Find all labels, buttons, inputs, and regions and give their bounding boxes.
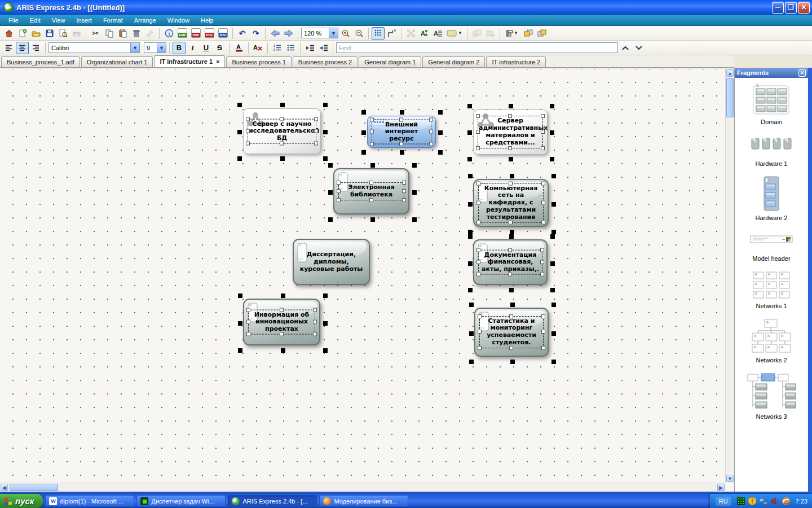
selection-handle[interactable] <box>438 110 443 115</box>
zoom-in-button[interactable] <box>339 27 352 40</box>
selection-handle[interactable] <box>238 348 242 353</box>
selection-handle[interactable] <box>551 303 556 307</box>
selection-handle[interactable] <box>467 104 472 108</box>
selection-handle[interactable] <box>476 201 480 205</box>
menu-view[interactable]: View <box>47 16 70 25</box>
diagram-node[interactable]: Инвормация об инновационых проектах <box>243 299 320 345</box>
selection-handle[interactable] <box>412 163 417 168</box>
redo-button[interactable]: ↷ <box>249 27 262 40</box>
selection-handle[interactable] <box>438 150 443 155</box>
diagram-node[interactable]: Документация финансовая, акты, приказы,. <box>473 239 548 285</box>
selection-handle[interactable] <box>400 110 404 115</box>
menu-edit[interactable]: Edit <box>25 16 46 25</box>
selection-handle[interactable] <box>280 117 284 121</box>
menu-format[interactable]: Format <box>98 16 128 25</box>
font-color-button[interactable]: A <box>232 42 245 54</box>
selection-handle[interactable] <box>508 146 512 150</box>
selection-handle[interactable] <box>323 156 328 161</box>
selection-handle[interactable] <box>369 198 373 202</box>
diagram-node[interactable]: Статистика и мониторинг успеваемости сту… <box>474 308 549 357</box>
selection-handle[interactable] <box>468 288 473 292</box>
selection-handle[interactable] <box>510 230 514 234</box>
export-pdf-button[interactable]: PDF <box>189 27 202 40</box>
selection-handle[interactable] <box>280 308 284 312</box>
selection-handle[interactable] <box>246 142 250 146</box>
menu-insert[interactable]: Insert <box>71 16 97 25</box>
save-button[interactable] <box>43 27 56 40</box>
selection-handle[interactable] <box>323 321 328 326</box>
selection-handle[interactable] <box>478 346 482 350</box>
connector-mode-button[interactable] <box>385 27 398 40</box>
selection-handle[interactable] <box>476 146 480 150</box>
selection-handle[interactable] <box>468 234 473 239</box>
print-button[interactable] <box>70 27 83 40</box>
chevron-down-icon[interactable]: ▼ <box>329 28 338 38</box>
vertical-scroll-thumb[interactable] <box>726 78 734 117</box>
zoom-out-button[interactable] <box>352 27 365 40</box>
fragment-hardware-2[interactable]: Hardware 2 <box>735 176 808 221</box>
selection-handle[interactable] <box>246 117 250 121</box>
selection-handle[interactable] <box>476 273 480 277</box>
selection-handle[interactable] <box>370 217 375 222</box>
cpu-meter-icon[interactable] <box>737 497 745 505</box>
restore-button[interactable]: ❐ <box>785 2 797 14</box>
tab-general-diagram-1[interactable]: General diagram 1 <box>359 56 421 67</box>
selection-handle[interactable] <box>509 314 513 318</box>
selection-handle[interactable] <box>238 321 242 326</box>
selection-handle[interactable] <box>467 157 472 161</box>
selection-handle[interactable] <box>550 130 554 135</box>
paste-button[interactable] <box>116 27 129 40</box>
taskbar-button-firefox[interactable]: Моделирование биз... <box>319 495 408 507</box>
zoom-select[interactable]: 120 %▼ <box>301 28 338 38</box>
group-button[interactable] <box>470 27 483 40</box>
undo-button[interactable]: ↶ <box>236 27 249 40</box>
minimize-button[interactable]: ─ <box>772 2 784 14</box>
selection-handle[interactable] <box>476 221 480 225</box>
horizontal-scrollbar[interactable]: ◀ ▶ <box>0 483 725 492</box>
fragment-networks-3[interactable]: Networks 3 <box>735 373 808 420</box>
diagram-canvas[interactable]: Сервер с научно исследовательской БДВнеш… <box>1 69 725 483</box>
print-pdf-button[interactable]: PDF <box>203 27 216 40</box>
selection-handle[interactable] <box>509 157 513 161</box>
export-rtf-button[interactable]: RTF <box>217 27 230 40</box>
scroll-up-icon[interactable]: ▲ <box>726 69 734 77</box>
selection-handle[interactable] <box>509 104 513 108</box>
find-prev-button[interactable] <box>619 42 632 54</box>
menu-window[interactable]: Window <box>162 16 195 25</box>
selection-handle[interactable] <box>429 117 433 121</box>
chevron-down-icon[interactable]: ▼ <box>130 43 139 52</box>
taskbar-button-taskmgr[interactable]: ▦Диспетчер задач Wi... <box>136 495 226 507</box>
tab-business-process-1-adf[interactable]: Business_process_1.adf <box>1 56 80 67</box>
cut-button[interactable]: ✂ <box>89 27 102 40</box>
selection-handle[interactable] <box>508 248 512 252</box>
font-size-select[interactable]: 9▼ <box>144 42 166 53</box>
tab-business-process-1[interactable]: Business process 1 <box>226 56 291 67</box>
taskbar-button-aris[interactable]: ARIS Express 2.4b - [... <box>228 495 317 507</box>
selection-handle[interactable] <box>510 360 515 364</box>
selection-handle[interactable] <box>246 308 250 312</box>
selection-handle[interactable] <box>478 314 482 318</box>
selection-handle[interactable] <box>323 130 328 134</box>
selection-handle[interactable] <box>469 360 474 364</box>
selection-handle[interactable] <box>328 163 333 168</box>
volume-icon[interactable] <box>771 497 779 505</box>
selection-handle[interactable] <box>370 142 374 146</box>
grid-toggle-button[interactable] <box>372 27 385 40</box>
fragments-header[interactable]: Fragments ✕ <box>735 68 808 78</box>
selection-handle[interactable] <box>469 331 474 336</box>
selection-handle[interactable] <box>429 142 433 146</box>
copy-button[interactable] <box>103 27 116 40</box>
scroll-down-icon[interactable]: ▼ <box>726 475 734 482</box>
selection-handle[interactable] <box>468 174 473 178</box>
format-brush-button[interactable] <box>143 27 156 40</box>
start-button[interactable]: пуск <box>0 494 43 508</box>
close-icon[interactable]: ✕ <box>798 69 806 77</box>
selection-handle[interactable] <box>541 314 545 318</box>
align-right-button[interactable] <box>29 42 42 54</box>
selection-handle[interactable] <box>237 103 242 107</box>
selection-handle[interactable] <box>541 330 545 334</box>
numbered-list-button[interactable]: 12 <box>271 42 284 54</box>
selection-handle[interactable] <box>402 181 406 185</box>
bullet-list-button[interactable] <box>284 42 297 54</box>
selection-handle[interactable] <box>281 348 285 353</box>
